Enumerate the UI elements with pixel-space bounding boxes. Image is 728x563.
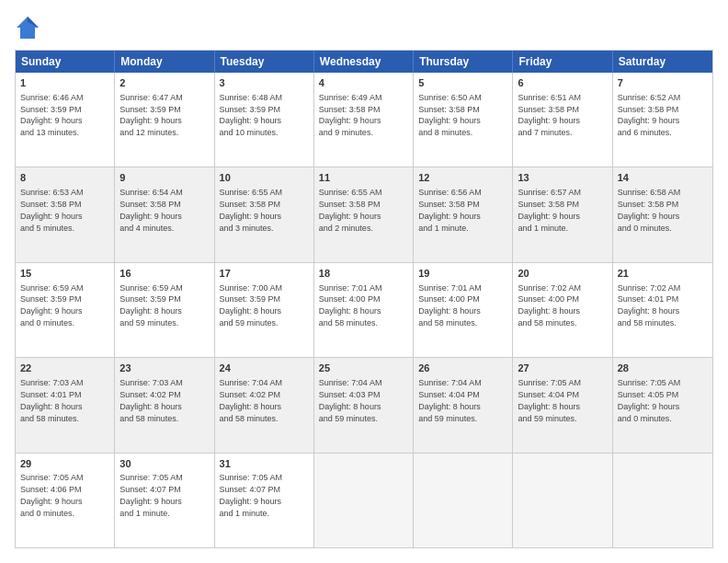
day-number: 14 bbox=[618, 171, 708, 185]
calendar-cell: 12Sunrise: 6:56 AM Sunset: 3:58 PM Dayli… bbox=[414, 167, 513, 261]
calendar-cell: 17Sunrise: 7:00 AM Sunset: 3:59 PM Dayli… bbox=[215, 263, 314, 357]
day-number: 8 bbox=[20, 171, 109, 185]
cell-info: Sunrise: 7:01 AM Sunset: 4:00 PM Dayligh… bbox=[319, 283, 382, 327]
cell-info: Sunrise: 6:47 AM Sunset: 3:59 PM Dayligh… bbox=[119, 93, 183, 137]
calendar: SundayMondayTuesdayWednesdayThursdayFrid… bbox=[15, 50, 713, 548]
page: SundayMondayTuesdayWednesdayThursdayFrid… bbox=[0, 0, 728, 563]
calendar-cell bbox=[513, 454, 612, 547]
calendar-cell: 15Sunrise: 6:59 AM Sunset: 3:59 PM Dayli… bbox=[16, 263, 115, 357]
calendar-row-3: 15Sunrise: 6:59 AM Sunset: 3:59 PM Dayli… bbox=[16, 262, 712, 357]
cell-info: Sunrise: 7:03 AM Sunset: 4:02 PM Dayligh… bbox=[119, 378, 183, 422]
cell-info: Sunrise: 6:46 AM Sunset: 3:59 PM Dayligh… bbox=[20, 93, 84, 137]
day-number: 2 bbox=[119, 76, 209, 90]
calendar-row-1: 1Sunrise: 6:46 AM Sunset: 3:59 PM Daylig… bbox=[16, 73, 712, 167]
day-number: 22 bbox=[20, 362, 109, 375]
calendar-row-4: 22Sunrise: 7:03 AM Sunset: 4:01 PM Dayli… bbox=[16, 357, 712, 452]
day-number: 20 bbox=[518, 267, 607, 281]
calendar-cell: 11Sunrise: 6:55 AM Sunset: 3:58 PM Dayli… bbox=[314, 167, 414, 261]
cell-info: Sunrise: 6:55 AM Sunset: 3:58 PM Dayligh… bbox=[220, 188, 283, 232]
day-number: 24 bbox=[220, 362, 309, 375]
calendar-cell: 27Sunrise: 7:05 AM Sunset: 4:04 PM Dayli… bbox=[513, 358, 612, 452]
cell-info: Sunrise: 7:04 AM Sunset: 4:04 PM Dayligh… bbox=[418, 378, 482, 422]
day-number: 16 bbox=[119, 267, 209, 281]
calendar-cell: 9Sunrise: 6:54 AM Sunset: 3:58 PM Daylig… bbox=[115, 167, 214, 261]
calendar-cell: 5Sunrise: 6:50 AM Sunset: 3:58 PM Daylig… bbox=[414, 73, 513, 167]
calendar-cell: 16Sunrise: 6:59 AM Sunset: 3:59 PM Dayli… bbox=[115, 263, 214, 357]
day-number: 4 bbox=[319, 76, 408, 90]
calendar-cell: 18Sunrise: 7:01 AM Sunset: 4:00 PM Dayli… bbox=[314, 263, 414, 357]
day-number: 29 bbox=[20, 457, 109, 471]
calendar-cell: 20Sunrise: 7:02 AM Sunset: 4:00 PM Dayli… bbox=[513, 263, 612, 357]
calendar-cell: 25Sunrise: 7:04 AM Sunset: 4:03 PM Dayli… bbox=[314, 358, 414, 452]
calendar-cell: 8Sunrise: 6:53 AM Sunset: 3:58 PM Daylig… bbox=[16, 167, 115, 261]
day-number: 10 bbox=[220, 171, 309, 185]
calendar-cell: 2Sunrise: 6:47 AM Sunset: 3:59 PM Daylig… bbox=[115, 73, 214, 167]
day-number: 25 bbox=[319, 362, 408, 375]
day-number: 7 bbox=[618, 76, 708, 90]
calendar-cell: 4Sunrise: 6:49 AM Sunset: 3:58 PM Daylig… bbox=[314, 73, 414, 167]
logo-icon bbox=[15, 15, 40, 40]
calendar-cell: 29Sunrise: 7:05 AM Sunset: 4:06 PM Dayli… bbox=[16, 454, 115, 547]
calendar-cell: 14Sunrise: 6:58 AM Sunset: 3:58 PM Dayli… bbox=[613, 167, 712, 261]
calendar-header: SundayMondayTuesdayWednesdayThursdayFrid… bbox=[16, 51, 712, 73]
day-number: 27 bbox=[518, 362, 607, 375]
day-number: 3 bbox=[220, 76, 309, 90]
cell-info: Sunrise: 7:05 AM Sunset: 4:07 PM Dayligh… bbox=[220, 473, 283, 517]
cell-info: Sunrise: 7:05 AM Sunset: 4:06 PM Dayligh… bbox=[20, 473, 84, 517]
day-header-wednesday: Wednesday bbox=[314, 51, 414, 73]
cell-info: Sunrise: 7:05 AM Sunset: 4:07 PM Dayligh… bbox=[119, 473, 183, 517]
cell-info: Sunrise: 7:03 AM Sunset: 4:01 PM Dayligh… bbox=[20, 378, 84, 422]
cell-info: Sunrise: 6:53 AM Sunset: 3:58 PM Dayligh… bbox=[20, 188, 84, 232]
calendar-row-2: 8Sunrise: 6:53 AM Sunset: 3:58 PM Daylig… bbox=[16, 167, 712, 261]
day-header-sunday: Sunday bbox=[16, 51, 115, 73]
cell-info: Sunrise: 7:00 AM Sunset: 3:59 PM Dayligh… bbox=[220, 283, 283, 327]
day-number: 17 bbox=[220, 267, 309, 281]
header bbox=[15, 15, 713, 40]
calendar-cell: 7Sunrise: 6:52 AM Sunset: 3:58 PM Daylig… bbox=[613, 73, 712, 167]
cell-info: Sunrise: 6:49 AM Sunset: 3:58 PM Dayligh… bbox=[319, 93, 382, 137]
day-number: 28 bbox=[618, 362, 708, 375]
calendar-cell: 10Sunrise: 6:55 AM Sunset: 3:58 PM Dayli… bbox=[215, 167, 314, 261]
cell-info: Sunrise: 6:52 AM Sunset: 3:58 PM Dayligh… bbox=[618, 93, 681, 137]
day-number: 5 bbox=[418, 76, 507, 90]
calendar-cell: 26Sunrise: 7:04 AM Sunset: 4:04 PM Dayli… bbox=[414, 358, 513, 452]
calendar-cell: 28Sunrise: 7:05 AM Sunset: 4:05 PM Dayli… bbox=[613, 358, 712, 452]
calendar-cell: 24Sunrise: 7:04 AM Sunset: 4:02 PM Dayli… bbox=[215, 358, 314, 452]
cell-info: Sunrise: 6:51 AM Sunset: 3:58 PM Dayligh… bbox=[518, 93, 581, 137]
day-number: 26 bbox=[418, 362, 507, 375]
day-header-thursday: Thursday bbox=[414, 51, 513, 73]
cell-info: Sunrise: 7:05 AM Sunset: 4:05 PM Dayligh… bbox=[618, 378, 681, 422]
calendar-cell: 19Sunrise: 7:01 AM Sunset: 4:00 PM Dayli… bbox=[414, 263, 513, 357]
cell-info: Sunrise: 6:57 AM Sunset: 3:58 PM Dayligh… bbox=[518, 188, 581, 232]
calendar-cell: 30Sunrise: 7:05 AM Sunset: 4:07 PM Dayli… bbox=[115, 454, 214, 547]
cell-info: Sunrise: 6:59 AM Sunset: 3:59 PM Dayligh… bbox=[119, 283, 183, 327]
calendar-cell bbox=[314, 454, 414, 547]
day-number: 12 bbox=[418, 171, 507, 185]
cell-info: Sunrise: 7:04 AM Sunset: 4:02 PM Dayligh… bbox=[220, 378, 283, 422]
cell-info: Sunrise: 7:04 AM Sunset: 4:03 PM Dayligh… bbox=[319, 378, 382, 422]
day-number: 23 bbox=[119, 362, 209, 375]
day-number: 11 bbox=[319, 171, 408, 185]
day-header-saturday: Saturday bbox=[613, 51, 712, 73]
cell-info: Sunrise: 7:02 AM Sunset: 4:01 PM Dayligh… bbox=[618, 283, 681, 327]
cell-info: Sunrise: 6:55 AM Sunset: 3:58 PM Dayligh… bbox=[319, 188, 382, 232]
day-number: 21 bbox=[618, 267, 708, 281]
day-number: 9 bbox=[119, 171, 209, 185]
day-number: 6 bbox=[518, 76, 607, 90]
day-number: 18 bbox=[319, 267, 408, 281]
cell-info: Sunrise: 6:48 AM Sunset: 3:59 PM Dayligh… bbox=[220, 93, 283, 137]
day-number: 19 bbox=[418, 267, 507, 281]
day-number: 30 bbox=[119, 457, 209, 471]
calendar-row-5: 29Sunrise: 7:05 AM Sunset: 4:06 PM Dayli… bbox=[16, 453, 712, 547]
calendar-cell: 23Sunrise: 7:03 AM Sunset: 4:02 PM Dayli… bbox=[115, 358, 214, 452]
calendar-cell: 31Sunrise: 7:05 AM Sunset: 4:07 PM Dayli… bbox=[215, 454, 314, 547]
calendar-cell bbox=[414, 454, 513, 547]
calendar-cell: 3Sunrise: 6:48 AM Sunset: 3:59 PM Daylig… bbox=[215, 73, 314, 167]
day-number: 1 bbox=[20, 76, 109, 90]
day-header-friday: Friday bbox=[513, 51, 612, 73]
cell-info: Sunrise: 6:50 AM Sunset: 3:58 PM Dayligh… bbox=[418, 93, 482, 137]
cell-info: Sunrise: 7:01 AM Sunset: 4:00 PM Dayligh… bbox=[418, 283, 482, 327]
day-header-monday: Monday bbox=[115, 51, 214, 73]
day-number: 13 bbox=[518, 171, 607, 185]
calendar-cell: 6Sunrise: 6:51 AM Sunset: 3:58 PM Daylig… bbox=[513, 73, 612, 167]
